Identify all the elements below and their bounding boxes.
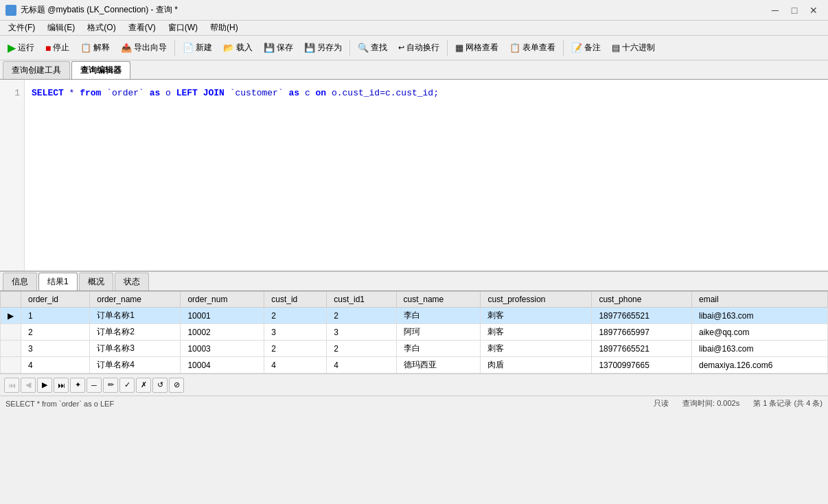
menu-help[interactable]: 帮助(H) (205, 21, 244, 35)
table-row[interactable]: 2订单名称21000233阿珂刺客18977665997aike@qq.com (1, 324, 828, 341)
explain-icon: 📋 (80, 43, 91, 53)
nav-clear-button[interactable]: ⊘ (169, 378, 184, 393)
separator-4 (563, 40, 564, 56)
form-view-button[interactable]: 📋 表单查看 (505, 38, 560, 58)
export-label: 导出向导 (134, 42, 167, 54)
menu-window[interactable]: 窗口(W) (163, 21, 203, 35)
grid-icon: ▦ (455, 43, 463, 53)
autowrap-button[interactable]: ↩ 自动换行 (393, 38, 444, 58)
saveas-button[interactable]: 💾 另存为 (299, 38, 347, 58)
nav-delete-button[interactable]: ─ (87, 378, 102, 393)
load-button[interactable]: 📂 载入 (218, 38, 257, 58)
notes-button[interactable]: 📝 备注 (566, 38, 606, 58)
status-bar: SELECT * from `order` as o LEF 只读 查询时间: … (0, 396, 828, 411)
tab-bar: 查询创建工具 查询编辑器 (0, 60, 828, 80)
find-button[interactable]: 🔍 查找 (353, 38, 392, 58)
menu-file[interactable]: 文件(F) (3, 21, 41, 35)
editor-content[interactable]: SELECT * from `order` as o LEFT JOIN `cu… (25, 80, 828, 271)
nav-last-button[interactable]: ⏭ (54, 378, 69, 393)
stop-label: 停止 (53, 42, 69, 54)
col-header-order-num[interactable]: order_num (181, 292, 264, 308)
menu-view[interactable]: 查看(V) (123, 21, 161, 35)
query-editor: 1 SELECT * from `order` as o LEFT JOIN `… (0, 80, 828, 272)
hex-button[interactable]: ▤ 十六进制 (607, 38, 660, 58)
nav-first-button[interactable]: ⏮ (4, 378, 19, 393)
menu-format[interactable]: 格式(O) (82, 21, 121, 35)
stop-icon: ■ (45, 43, 51, 54)
saveas-icon: 💾 (304, 43, 315, 53)
new-icon: 📄 (183, 43, 194, 53)
nav-discard-button[interactable]: ✗ (136, 378, 151, 393)
status-query-time: 查询时间: 0.002s (682, 398, 739, 409)
save-button[interactable]: 💾 保存 (259, 38, 298, 58)
cell-cust_phone: 13700997665 (592, 357, 692, 374)
tab-query-editor[interactable]: 查询编辑器 (71, 61, 130, 79)
cell-order_name: 订单名称4 (90, 357, 181, 374)
col-header-cust-profession[interactable]: cust_profession (481, 292, 592, 308)
table-row[interactable]: ▶1订单名称11000122李白刺客18977665521libai@163.c… (1, 308, 828, 324)
separator-2 (349, 40, 350, 56)
nav-edit-button[interactable]: ✏ (103, 378, 118, 393)
nav-next-button[interactable]: ▶ (37, 378, 52, 393)
tab-results[interactable]: 结果1 (38, 273, 78, 290)
cell-cust_name: 阿珂 (396, 324, 481, 341)
cell-order_name: 订单名称3 (90, 341, 181, 357)
run-button[interactable]: ▶ 运行 (3, 38, 39, 58)
minimize-button[interactable]: ─ (766, 3, 784, 17)
stop-button[interactable]: ■ 停止 (41, 38, 74, 58)
tab-info[interactable]: 信息 (3, 273, 37, 290)
tab-overview[interactable]: 概况 (79, 273, 113, 290)
autowrap-label: 自动换行 (406, 42, 439, 54)
load-icon: 📂 (223, 43, 234, 53)
cell-cust_phone: 18977665521 (592, 341, 692, 357)
nav-add-button[interactable]: ✦ (70, 378, 85, 393)
saveas-label: 另存为 (317, 42, 342, 54)
row-indicator (1, 324, 21, 341)
tab-query-builder[interactable]: 查询创建工具 (3, 61, 70, 79)
col-header-indicator (1, 292, 21, 308)
nav-refresh-button[interactable]: ↺ (152, 378, 168, 393)
maximize-button[interactable]: □ (785, 3, 803, 17)
save-icon: 💾 (264, 43, 275, 53)
cell-cust_id1: 3 (327, 324, 396, 341)
cell-cust_phone: 18977665997 (592, 324, 692, 341)
col-header-order-id[interactable]: order_id (21, 292, 90, 308)
cell-cust_profession: 肉盾 (481, 357, 592, 374)
results-container[interactable]: order_id order_name order_num cust_id cu… (0, 291, 828, 374)
col-header-cust-name[interactable]: cust_name (396, 292, 481, 308)
hex-label: 十六进制 (622, 42, 655, 54)
table-row[interactable]: 3订单名称31000322李白刺客18977665521libai@163.co… (1, 341, 828, 357)
nav-commit-button[interactable]: ✓ (119, 378, 135, 393)
menu-bar: 文件(F) 编辑(E) 格式(O) 查看(V) 窗口(W) 帮助(H) (0, 21, 828, 36)
table-row[interactable]: 4订单名称41000444德玛西亚肉盾13700997665demaxiya.1… (1, 357, 828, 374)
tab-status[interactable]: 状态 (115, 273, 149, 290)
form-label: 表单查看 (522, 42, 555, 54)
row-indicator (1, 341, 21, 357)
col-header-cust-phone[interactable]: cust_phone (592, 292, 692, 308)
col-header-cust-id[interactable]: cust_id (264, 292, 327, 308)
col-header-order-name[interactable]: order_name (90, 292, 181, 308)
export-button[interactable]: 📤 导出向导 (116, 38, 172, 58)
line-number-1: 1 (3, 85, 20, 102)
cell-order_name: 订单名称1 (90, 308, 181, 324)
line-numbers: 1 (0, 80, 25, 271)
close-button[interactable]: ✕ (805, 3, 823, 17)
explain-button[interactable]: 📋 解释 (76, 38, 115, 58)
window-controls: ─ □ ✕ (766, 3, 823, 17)
menu-edit[interactable]: 编辑(E) (42, 21, 80, 35)
cell-order_num: 10003 (181, 341, 264, 357)
col-header-cust-id1[interactable]: cust_id1 (327, 292, 396, 308)
cell-cust_name: 李白 (396, 308, 481, 324)
grid-label: 网格查看 (465, 42, 498, 54)
cell-order_id: 1 (21, 308, 90, 324)
col-header-email[interactable]: email (691, 292, 827, 308)
new-button[interactable]: 📄 新建 (178, 38, 217, 58)
app-icon (5, 5, 16, 16)
save-label: 保存 (277, 42, 293, 54)
cell-cust_profession: 刺客 (481, 341, 592, 357)
results-table: order_id order_name order_num cust_id cu… (0, 291, 828, 374)
cell-order_id: 4 (21, 357, 90, 374)
grid-view-button[interactable]: ▦ 网格查看 (450, 38, 503, 58)
nav-prev-button[interactable]: ◀ (21, 378, 36, 393)
find-icon: 🔍 (358, 43, 369, 53)
